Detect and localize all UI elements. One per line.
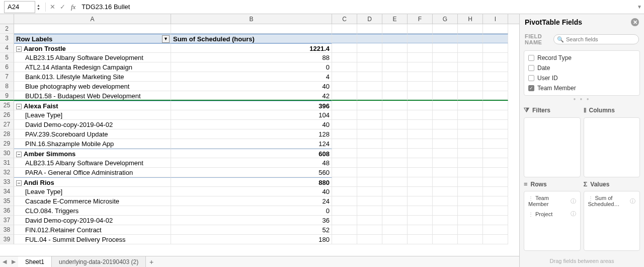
cell[interactable]: [332, 43, 357, 53]
cell[interactable]: [332, 82, 357, 91]
cell[interactable]: [433, 72, 458, 82]
cell[interactable]: [382, 225, 408, 235]
cell[interactable]: PIN.16.Shazample Mobile App: [14, 139, 171, 149]
cell[interactable]: [382, 82, 408, 91]
row-header[interactable]: 2: [0, 24, 14, 34]
cell[interactable]: [357, 187, 382, 196]
row-header[interactable]: 35: [0, 196, 14, 206]
cell[interactable]: [458, 149, 483, 158]
cell[interactable]: [433, 129, 458, 139]
cell[interactable]: [483, 235, 508, 244]
cell[interactable]: [332, 216, 357, 225]
info-icon[interactable]: ⓘ: [571, 210, 576, 218]
cell[interactable]: 1221.4: [171, 43, 332, 53]
cell[interactable]: [483, 110, 508, 120]
cell[interactable]: 40: [171, 187, 332, 196]
cell[interactable]: [332, 225, 357, 235]
cell[interactable]: Blue photography web development: [14, 82, 171, 91]
cell[interactable]: 104: [171, 110, 332, 120]
cell[interactable]: [382, 91, 408, 101]
row-header[interactable]: 34: [0, 187, 14, 196]
cell[interactable]: [382, 101, 408, 110]
cell[interactable]: [408, 101, 433, 110]
cell[interactable]: [357, 196, 382, 206]
cell[interactable]: [332, 168, 357, 177]
cell[interactable]: 52: [171, 225, 332, 235]
cell[interactable]: 180: [171, 235, 332, 244]
cell[interactable]: [Leave Type]: [14, 110, 171, 120]
cell[interactable]: –Andi Rios: [14, 177, 171, 187]
cell[interactable]: [357, 168, 382, 177]
cell[interactable]: [408, 225, 433, 235]
cell[interactable]: [433, 177, 458, 187]
cell[interactable]: [483, 62, 508, 72]
cell[interactable]: [483, 82, 508, 91]
cell[interactable]: [382, 72, 408, 82]
cell[interactable]: [171, 24, 332, 34]
cell[interactable]: [433, 235, 458, 244]
cancel-formula-icon[interactable]: ✕: [48, 2, 58, 12]
cell[interactable]: [483, 177, 508, 187]
cell[interactable]: David Demo-copy-2019-04-02: [14, 216, 171, 225]
row-header[interactable]: 3: [0, 34, 14, 43]
cell[interactable]: [483, 72, 508, 82]
cell[interactable]: [483, 168, 508, 177]
cell[interactable]: [458, 62, 483, 72]
row-header[interactable]: 31: [0, 158, 14, 168]
cell[interactable]: [357, 235, 382, 244]
cell[interactable]: [382, 216, 408, 225]
cell[interactable]: [332, 34, 357, 43]
row-header[interactable]: 38: [0, 225, 14, 235]
cell[interactable]: [458, 225, 483, 235]
cell[interactable]: [458, 91, 483, 101]
cell[interactable]: [382, 149, 408, 158]
cell[interactable]: [408, 43, 433, 53]
formula-input[interactable]: [78, 1, 635, 13]
cell[interactable]: 396: [171, 101, 332, 110]
cell[interactable]: [483, 216, 508, 225]
cell[interactable]: [357, 206, 382, 216]
cell[interactable]: [357, 177, 382, 187]
cell[interactable]: [382, 110, 408, 120]
cell[interactable]: [483, 206, 508, 216]
cell[interactable]: [458, 129, 483, 139]
panel-close-icon[interactable]: ✕: [631, 18, 639, 26]
cell[interactable]: [408, 53, 433, 62]
select-all-corner[interactable]: [0, 14, 14, 24]
cell[interactable]: [382, 177, 408, 187]
cell[interactable]: [357, 149, 382, 158]
cell[interactable]: [483, 149, 508, 158]
column-header-F[interactable]: F: [408, 14, 433, 24]
collapse-toggle-icon[interactable]: –: [16, 104, 22, 109]
cell[interactable]: [433, 168, 458, 177]
row-header[interactable]: 30: [0, 149, 14, 158]
row-header[interactable]: 29: [0, 139, 14, 149]
field-item[interactable]: ✓Team Member: [527, 83, 636, 93]
cell[interactable]: CLO.084. Triggers: [14, 206, 171, 216]
cell[interactable]: [332, 120, 357, 129]
cell[interactable]: 880: [171, 177, 332, 187]
cell[interactable]: [408, 129, 433, 139]
formula-expand-icon[interactable]: ▼: [635, 4, 644, 10]
cell[interactable]: [483, 158, 508, 168]
row-header[interactable]: 27: [0, 120, 14, 129]
cell[interactable]: [408, 158, 433, 168]
cell[interactable]: [332, 139, 357, 149]
cell[interactable]: [382, 34, 408, 43]
add-sheet-button[interactable]: +: [146, 258, 157, 266]
cell[interactable]: [382, 187, 408, 196]
row-header[interactable]: 26: [0, 110, 14, 120]
cell[interactable]: [433, 158, 458, 168]
cell[interactable]: [332, 101, 357, 110]
column-header-E[interactable]: E: [382, 14, 408, 24]
cell[interactable]: [357, 101, 382, 110]
cell[interactable]: [Leave Type]: [14, 187, 171, 196]
cell[interactable]: [357, 82, 382, 91]
cell[interactable]: [408, 139, 433, 149]
cell[interactable]: [433, 225, 458, 235]
confirm-formula-icon[interactable]: ✓: [58, 2, 68, 12]
cell[interactable]: [357, 53, 382, 62]
cell[interactable]: [408, 62, 433, 72]
cell[interactable]: [433, 187, 458, 196]
cell[interactable]: [408, 187, 433, 196]
